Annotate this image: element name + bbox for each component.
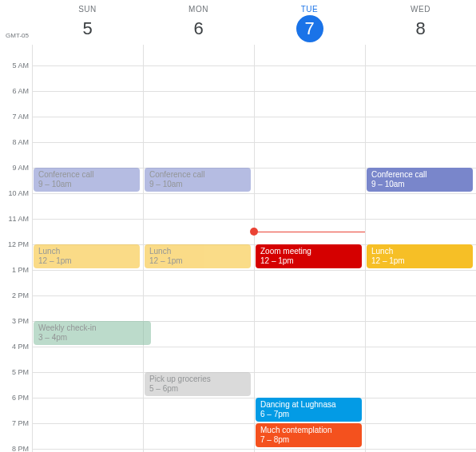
hour-label: 5 PM <box>12 368 29 376</box>
calendar-week-view: GMT-05 5 AM6 AM7 AM8 AM9 AM10 AM11 AM12 … <box>0 0 476 452</box>
day-header[interactable]: WED8 <box>365 0 476 45</box>
day-number[interactable]: 8 <box>407 15 434 42</box>
hour-label: 3 PM <box>12 317 29 325</box>
day-of-week-label: MON <box>143 5 254 14</box>
hour-label: 11 AM <box>8 215 29 223</box>
calendar-event[interactable]: Dancing at Lughnasa6 – 7pm <box>256 398 362 422</box>
event-time: 6 – 7pm <box>260 410 357 419</box>
event-title: Dancing at Lughnasa <box>260 400 357 410</box>
day-number[interactable]: 6 <box>185 15 212 42</box>
calendar-grid[interactable]: Conference call9 – 10amLunch12 – 1pmWeek… <box>32 45 476 452</box>
event-title: Conference call <box>371 170 468 180</box>
event-time: 9 – 10am <box>38 180 135 189</box>
event-title: Much contemplation <box>260 426 357 435</box>
event-title: Lunch <box>38 247 135 256</box>
hour-label: 8 AM <box>12 138 29 146</box>
day-number[interactable]: 7 <box>296 15 323 42</box>
hour-label: 7 AM <box>12 113 29 121</box>
event-time: 5 – 6pm <box>149 384 246 394</box>
day-header[interactable]: MON6 <box>143 0 254 45</box>
hour-label: 7 PM <box>12 419 29 427</box>
event-title: Pick up groceries <box>149 375 246 384</box>
calendar-event[interactable]: Lunch12 – 1pm <box>34 244 140 268</box>
day-header[interactable]: SUN5 <box>32 0 143 45</box>
hour-label: 6 PM <box>12 394 29 402</box>
day-of-week-label: TUE <box>254 5 365 14</box>
day-number[interactable]: 5 <box>74 15 101 42</box>
hour-label: 5 AM <box>12 61 29 69</box>
day-headers: SUN5MON6TUE7WED8 <box>32 0 476 45</box>
day-header[interactable]: TUE7 <box>254 0 365 45</box>
calendar-event[interactable]: Lunch12 – 1pm <box>367 244 473 268</box>
calendar-event[interactable]: Much contemplation7 – 8pm <box>256 423 362 447</box>
calendar-event[interactable]: Conference call9 – 10am <box>367 168 473 192</box>
calendar-event[interactable]: Lunch12 – 1pm <box>145 244 251 268</box>
day-of-week-label: SUN <box>32 5 143 14</box>
hour-label: 1 PM <box>12 266 29 274</box>
calendar-event[interactable]: Zoom meeting12 – 1pm <box>256 244 362 268</box>
hour-label: 8 PM <box>12 445 29 452</box>
calendar-event[interactable]: Pick up groceries5 – 6pm <box>145 372 251 396</box>
event-time: 12 – 1pm <box>371 256 468 266</box>
calendar-event[interactable]: Conference call9 – 10am <box>34 168 140 192</box>
hour-label: 9 AM <box>12 164 29 172</box>
calendar-event[interactable]: Conference call9 – 10am <box>145 168 251 192</box>
hour-label: 6 AM <box>12 87 29 95</box>
event-title: Lunch <box>149 247 246 256</box>
hour-label: 2 PM <box>12 291 29 299</box>
hour-label: 4 PM <box>12 343 29 351</box>
day-of-week-label: WED <box>365 5 476 14</box>
hour-label: 10 AM <box>8 189 29 197</box>
event-time: 12 – 1pm <box>149 256 246 266</box>
now-indicator-line <box>254 232 365 232</box>
timezone-label: GMT-05 <box>6 32 29 39</box>
event-time: 12 – 1pm <box>260 256 357 266</box>
hour-label: 12 PM <box>8 240 29 248</box>
calendar-event[interactable]: Weekly check-in3 – 4pm <box>34 321 151 345</box>
event-title: Conference call <box>38 170 135 180</box>
event-time: 12 – 1pm <box>38 256 135 266</box>
now-indicator-dot <box>250 228 258 236</box>
event-time: 9 – 10am <box>149 180 246 189</box>
time-gutter: GMT-05 5 AM6 AM7 AM8 AM9 AM10 AM11 AM12 … <box>0 0 32 452</box>
event-title: Weekly check-in <box>38 323 146 333</box>
event-time: 7 – 8pm <box>260 435 357 445</box>
event-time: 9 – 10am <box>371 180 468 189</box>
event-title: Lunch <box>371 247 468 256</box>
event-time: 3 – 4pm <box>38 333 146 343</box>
event-title: Conference call <box>149 170 246 180</box>
event-title: Zoom meeting <box>260 247 357 256</box>
